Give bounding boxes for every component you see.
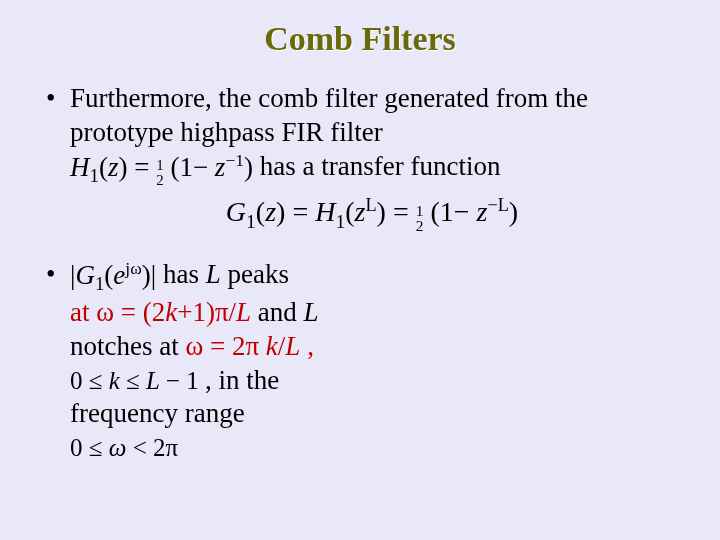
b1-text-mid: has a transfer function bbox=[260, 151, 501, 181]
b2-range-omega: 0 ≤ ω < 2π bbox=[70, 434, 178, 461]
b2-range-k: 0 ≤ k ≤ L − 1 bbox=[70, 367, 205, 394]
b2-trailing-comma: , bbox=[307, 331, 314, 361]
b2-in-the: , in the bbox=[205, 365, 279, 395]
b1-eq-h1z: H1(z) = 12 (1− z−1) bbox=[70, 150, 253, 188]
bullet-list: Furthermore, the comb filter generated f… bbox=[46, 82, 674, 465]
bullet-1: Furthermore, the comb filter generated f… bbox=[70, 82, 674, 234]
b2-freq-range: frequency range bbox=[70, 398, 245, 428]
b2-L-notches: L bbox=[304, 297, 319, 327]
b2-and: and bbox=[258, 297, 297, 327]
b2-notches-pre: notches at bbox=[70, 331, 185, 361]
b1-eq-g1z: G1(z) = H1(zL) = 12 (1− z−L) bbox=[70, 194, 674, 234]
b2-mag-expr: |G1(ejω)| bbox=[70, 258, 156, 296]
b1-text-pre: Furthermore, the comb filter generated f… bbox=[70, 83, 588, 147]
b2-notches-at: ω = 2π k/L bbox=[185, 331, 307, 361]
bullet-2: |G1(ejω)| has L peaks at ω = (2k+1)π/L a… bbox=[70, 258, 674, 465]
b2-has: has bbox=[163, 259, 199, 289]
b2-peaks-word: peaks bbox=[227, 259, 288, 289]
slide: Comb Filters Furthermore, the comb filte… bbox=[0, 0, 720, 540]
slide-title: Comb Filters bbox=[46, 20, 674, 58]
b2-L-peaks: L bbox=[206, 259, 221, 289]
b2-peaks-at: at ω = (2k+1)π/L bbox=[70, 297, 258, 327]
